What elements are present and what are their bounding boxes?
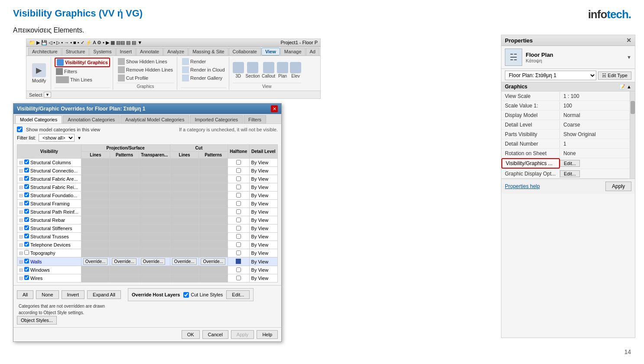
tab-structure[interactable]: Structure [62, 48, 89, 55]
expand-all-button[interactable]: Expand All [87, 290, 121, 299]
panel-apply-button[interactable]: Apply [605, 182, 631, 191]
prop-value-detail-level: Coarse [560, 120, 630, 129]
ribbon-view-types-group: 3D Section Callout Plan [230, 57, 304, 90]
dialog-tabs: Model Categories Annotation Categories A… [13, 114, 281, 124]
tab-collaborate[interactable]: Collaborate [229, 48, 261, 55]
plan-btn[interactable]: Plan [277, 62, 288, 78]
object-styles-button[interactable]: Object Styles... [17, 316, 57, 325]
render-btn[interactable]: Render [181, 58, 226, 65]
render-label: Render [190, 59, 206, 64]
modify-icon: ▶ [32, 63, 46, 77]
3d-view-btn[interactable]: 3D [233, 62, 244, 78]
tab-analyze[interactable]: Analyze [163, 48, 188, 55]
show-hidden-btn[interactable]: Show Hidden Lines [117, 58, 174, 65]
prop-value-view-scale: 1 : 100 [560, 92, 630, 101]
render-gallery-btn[interactable]: Render Gallery [181, 74, 226, 82]
cut-profile-icon [118, 75, 125, 81]
view-subtitle: Κάτοψη [526, 58, 553, 63]
help-button[interactable]: Help [257, 330, 278, 339]
tab-massing[interactable]: Massing & Site [189, 48, 228, 55]
view-type-dropdown[interactable]: ▼ [627, 55, 631, 60]
properties-panel: Properties ✕ ☵ Floor Plan Κάτοψη ▼ Floor… [501, 35, 635, 338]
override-cut-lines-btn[interactable]: Override... [172, 258, 197, 265]
tab-insert[interactable]: Insert [116, 48, 136, 55]
tab-annotation-categories[interactable]: Annotation Categories [63, 115, 120, 124]
callout-label: Callout [262, 74, 275, 78]
select-dropdown-icon[interactable]: ▼ [44, 92, 52, 98]
prop-row-rotation: Rotation on Sheet None [501, 149, 630, 158]
section-btn[interactable]: Section [246, 62, 260, 78]
tab-additional[interactable]: Ad [306, 48, 319, 55]
filter-select[interactable]: <show all> [39, 134, 75, 142]
th-transparent: Transparen... [139, 152, 170, 159]
plan-dropdown[interactable]: Floor Plan: Στάθμη 1 [505, 71, 596, 80]
edit-type-button[interactable]: ☵ Edit Type [598, 72, 631, 80]
tab-imported-categories[interactable]: Imported Categories [190, 115, 243, 124]
show-model-label: Show model categories in this view [26, 127, 100, 132]
tab-systems[interactable]: Systems [89, 48, 115, 55]
filters-btn[interactable]: Filters [55, 68, 110, 75]
properties-help-link[interactable]: Properties help [505, 183, 540, 189]
cut-line-styles-checkbox[interactable] [183, 292, 189, 298]
tab-model-categories[interactable]: Model Categories [15, 115, 62, 124]
elev-btn[interactable]: Elev [290, 62, 301, 78]
tab-view[interactable]: View [261, 48, 280, 55]
override-transparent-btn[interactable]: Override... [141, 258, 166, 265]
categories-note-area: Categories that are not overridden are d… [17, 303, 107, 325]
prop-value-detail-number: 1 [560, 140, 630, 148]
th-detail-level: Detail Level [249, 145, 277, 159]
page-number: 14 [624, 348, 631, 355]
elev-label: Elev [291, 74, 299, 78]
none-button[interactable]: None [36, 290, 59, 299]
render-cloud-btn[interactable]: Render in Cloud [181, 66, 226, 74]
filter-dropdown-icon[interactable]: ▼ [77, 136, 81, 140]
view-type-info: Floor Plan Κάτοψη [526, 52, 553, 63]
override-patterns-btn[interactable]: Override... [112, 258, 137, 265]
section-edit-icon: 📝 ▲ [619, 84, 631, 90]
override-cut-patterns-btn[interactable]: Override... [201, 258, 225, 265]
invert-button[interactable]: Invert [62, 290, 85, 299]
page-title: Visibility Graphics (VV ή VG) [13, 8, 143, 19]
tab-analytical-model[interactable]: Analytical Model Categories [120, 115, 189, 124]
select-label: Select [29, 92, 42, 98]
dialog-lower-row: Categories that are not overridden are d… [17, 303, 278, 325]
dialog-close-button[interactable]: ✕ [271, 105, 278, 112]
remove-hidden-btn[interactable]: Remove Hidden Lines [117, 66, 174, 74]
ok-button[interactable]: OK [182, 330, 200, 339]
thin-lines-label: Thin Lines [70, 77, 92, 82]
callout-icon [263, 62, 274, 73]
tab-manage[interactable]: Manage [280, 48, 306, 55]
cut-line-edit-button[interactable]: Edit... [226, 290, 250, 299]
visibility-graphics-btn[interactable]: Visibility/ Graphics [55, 58, 110, 67]
prop-label-graphic-display: Graphic Display Opt... [501, 169, 560, 178]
th-proj-patterns: Patterns [110, 152, 139, 159]
project-title: Project1 - Floor P [280, 40, 318, 46]
table-row: ⊟ Structural Columns By View [17, 159, 278, 167]
vg-edit-button[interactable]: Edit... [560, 160, 580, 167]
panel-header: Properties ✕ [501, 35, 635, 46]
apply-button[interactable]: Apply [231, 330, 254, 339]
panel-scrollbar[interactable] [630, 91, 635, 179]
show-model-checkbox[interactable] [17, 127, 23, 132]
graphic-display-edit-button[interactable]: Edit... [560, 170, 580, 177]
tab-architecture[interactable]: Architecture [28, 48, 62, 55]
ribbon-modify-group: ▶ Modify [27, 57, 51, 90]
panel-close-button[interactable]: ✕ [626, 37, 631, 44]
blue-square [236, 259, 241, 264]
override-lines-btn[interactable]: Override... [83, 258, 108, 265]
tab-annotate[interactable]: Annotate [136, 48, 163, 55]
elev-icon [290, 62, 301, 73]
cancel-button[interactable]: Cancel [202, 330, 228, 339]
select-row: Select ▼ [26, 91, 320, 98]
view-options-label: Graphics [117, 83, 174, 89]
tab-filters[interactable]: Filters [244, 115, 266, 124]
th-proj-lines: Lines [81, 152, 110, 159]
view-type-icons: 3D Section Callout Plan [233, 58, 302, 83]
callout-btn[interactable]: Callout [262, 62, 275, 78]
thin-lines-btn[interactable]: Thin Lines [55, 76, 110, 84]
render-gallery-icon [182, 75, 189, 81]
prop-row-graphic-display: Graphic Display Opt... Edit... [501, 169, 630, 179]
all-button[interactable]: All [17, 290, 33, 299]
th-proj-surface: Projection/Surface [81, 145, 170, 152]
cut-profile-btn[interactable]: Cut Profile [117, 74, 174, 82]
